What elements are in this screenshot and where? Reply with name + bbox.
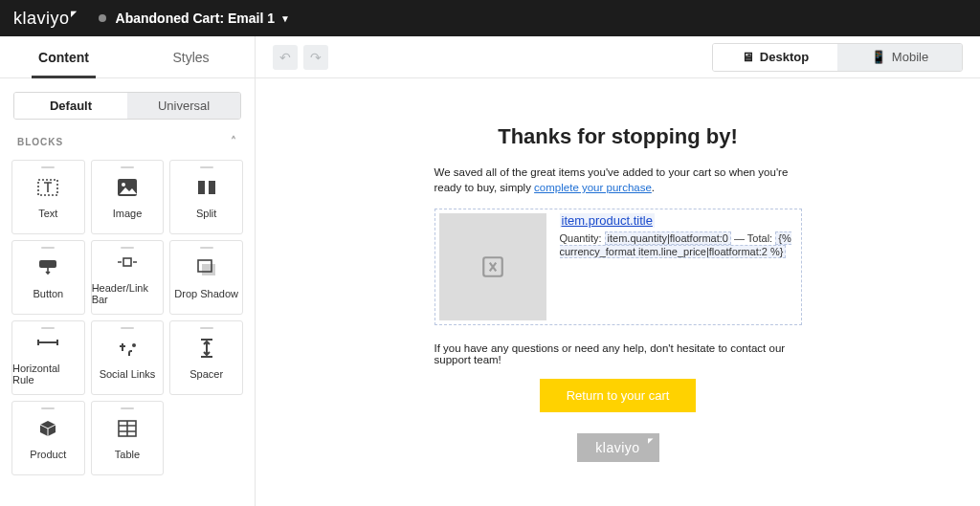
- headerlink-icon: [116, 250, 139, 275]
- device-mobile[interactable]: 📱 Mobile: [837, 44, 962, 71]
- image-placeholder-icon: [480, 254, 505, 279]
- email-support-text[interactable]: If you have any questions or need any he…: [434, 342, 802, 365]
- main: Content Styles Default Universal BLOCKS …: [0, 36, 980, 506]
- product-qty-line[interactable]: Quantity: item.quantity|floatformat:0 — …: [560, 231, 797, 259]
- email-heading[interactable]: Thanks for stopping by!: [434, 124, 802, 149]
- svg-rect-4: [209, 181, 215, 194]
- svg-rect-5: [39, 260, 56, 268]
- device-toggle: 🖥 Desktop 📱 Mobile: [712, 43, 963, 72]
- button-icon: [37, 255, 58, 280]
- brand-mark: ◤: [71, 10, 78, 18]
- block-header-link-bar[interactable]: Header/Link Bar: [91, 240, 165, 315]
- block-text[interactable]: Text: [11, 160, 85, 234]
- footer-brand-badge[interactable]: klaviyo◤: [577, 433, 659, 462]
- block-drop-shadow[interactable]: Drop Shadow: [169, 240, 243, 315]
- block-spacer[interactable]: Spacer: [169, 320, 243, 395]
- block-table[interactable]: Table: [91, 401, 165, 475]
- image-icon: [118, 175, 137, 200]
- svg-rect-3: [198, 181, 205, 194]
- subtab-universal[interactable]: Universal: [127, 93, 240, 119]
- topbar: klaviyo◤ Abandoned Cart: Email 1 ▼: [0, 0, 980, 36]
- mobile-icon: 📱: [871, 50, 886, 64]
- email-intro[interactable]: We saved all of the great items you've a…: [434, 165, 802, 195]
- chevron-down-icon[interactable]: ▼: [280, 13, 290, 24]
- subtab-default[interactable]: Default: [14, 93, 127, 119]
- table-icon: [118, 416, 137, 441]
- svg-point-9: [132, 343, 136, 347]
- tab-styles[interactable]: Styles: [127, 36, 255, 77]
- product-meta: item.product.title Quantity: item.quanti…: [560, 213, 797, 320]
- text-icon: [37, 175, 58, 200]
- canvas: ↶ ↷ 🖥 Desktop 📱 Mobile Thanks for stoppi…: [256, 36, 980, 506]
- brand-logo: klaviyo◤: [13, 9, 78, 29]
- email-body[interactable]: Thanks for stopping by! We saved all of …: [417, 103, 819, 481]
- email-stage[interactable]: Thanks for stopping by! We saved all of …: [256, 78, 980, 506]
- status-dot: [99, 14, 106, 22]
- social-icon: [117, 336, 138, 361]
- chevron-up-icon[interactable]: ˄: [231, 135, 237, 148]
- canvas-toolbar: ↶ ↷ 🖥 Desktop 📱 Mobile: [256, 36, 980, 78]
- device-desktop[interactable]: 🖥 Desktop: [713, 44, 837, 71]
- product-title-token[interactable]: item.product.title: [560, 213, 655, 228]
- hr-icon: [36, 330, 59, 355]
- complete-purchase-link[interactable]: complete your purchase: [534, 182, 652, 193]
- blocks-header-label: BLOCKS: [17, 137, 63, 147]
- blocks-header[interactable]: BLOCKS ˄: [0, 120, 255, 154]
- product-icon: [38, 416, 57, 441]
- svg-rect-6: [123, 258, 131, 266]
- tab-content[interactable]: Content: [0, 36, 127, 77]
- sidebar: Content Styles Default Universal BLOCKS …: [0, 36, 256, 506]
- blocks-grid: Text Image Split Button Header/Link Bar …: [0, 154, 255, 481]
- product-block[interactable]: item.product.title Quantity: item.quanti…: [434, 209, 802, 325]
- block-product[interactable]: Product: [11, 401, 85, 475]
- block-split[interactable]: Split: [169, 160, 243, 234]
- brand-mark: ◤: [648, 437, 654, 445]
- block-social-links[interactable]: Social Links: [91, 320, 165, 395]
- block-button[interactable]: Button: [11, 240, 85, 315]
- desktop-icon: 🖥: [742, 50, 754, 64]
- block-horizontal-rule[interactable]: Horizontal Rule: [11, 320, 85, 395]
- block-image[interactable]: Image: [91, 160, 165, 234]
- product-image-placeholder[interactable]: [439, 213, 546, 320]
- spacer-icon: [199, 336, 214, 361]
- subtabs: Default Universal: [13, 92, 241, 120]
- redo-button[interactable]: ↷: [303, 45, 328, 70]
- document-title[interactable]: Abandoned Cart: Email 1: [116, 11, 275, 26]
- svg-rect-8: [202, 264, 215, 275]
- sidebar-tabs: Content Styles: [0, 36, 255, 78]
- dropshadow-icon: [196, 255, 217, 280]
- split-icon: [196, 175, 217, 200]
- qty-token: item.quantity|floatformat:0: [605, 231, 731, 245]
- svg-point-2: [122, 183, 125, 187]
- undo-button[interactable]: ↶: [273, 45, 298, 70]
- return-to-cart-button[interactable]: Return to your cart: [540, 379, 697, 412]
